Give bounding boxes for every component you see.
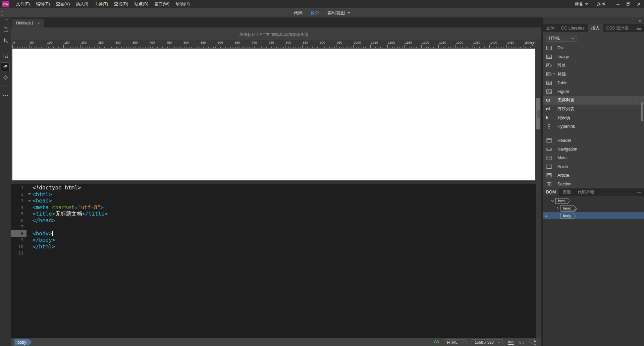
insert-item-image[interactable]: Image	[543, 52, 644, 61]
insert-item-label: 无序列表	[557, 98, 574, 103]
tag-selector-body[interactable]: body	[14, 339, 32, 346]
ruler-label: 1350	[473, 41, 480, 44]
code-line[interactable]: 8<body>	[11, 230, 541, 237]
scrollbar-thumb[interactable]	[536, 98, 540, 129]
insert-item-paragraph[interactable]: 段落	[543, 61, 644, 70]
fold-arrow-icon[interactable]	[26, 191, 33, 198]
dom-tag-label: head	[563, 206, 572, 210]
menu-insert[interactable]: 插入(I)	[73, 0, 91, 8]
panel-scrollbar-thumb[interactable]	[641, 102, 643, 121]
insert-item-ul[interactable]: ul无序列表	[543, 96, 644, 105]
swap-arrows-icon[interactable]	[1, 36, 10, 45]
restore-button[interactable]	[623, 0, 634, 8]
code-line[interactable]: 11	[11, 250, 541, 256]
code-text: <!doctype html>	[33, 184, 81, 191]
code-lines: 1<!doctype html>2<html>3<head>4<meta cha…	[11, 184, 541, 256]
sync-settings-button[interactable]	[592, 0, 609, 8]
view-tab-live[interactable]: 实时视图	[327, 10, 350, 16]
menu-window[interactable]: 窗口(W)	[151, 0, 172, 8]
code-line[interactable]: 6</head>	[11, 217, 541, 224]
dom-panel-tab-assets[interactable]: 资源	[559, 188, 574, 196]
insert-item-hyperlink[interactable]: Hyperlink	[543, 122, 644, 131]
dom-node-html[interactable]: html	[543, 197, 644, 205]
dom-panel-menu-icon[interactable]	[637, 191, 641, 193]
toolbar-grip-handle[interactable]	[1, 10, 3, 16]
insert-item-li[interactable]: li列表项	[543, 113, 644, 122]
insert-item-ol[interactable]: ol有序列表	[543, 105, 644, 113]
menu-bar: Dw 文件(F)编辑(E)查看(V)插入(I)工具(T)查找(D)站点(S)窗口…	[0, 0, 644, 8]
insert-item-aside[interactable]: Aside	[543, 162, 644, 171]
insert-item-section[interactable]: Section	[543, 180, 644, 188]
document-scrollbar[interactable]	[536, 39, 541, 338]
insert-item-div[interactable]: Div	[543, 44, 644, 52]
insert-category-dropdown[interactable]: HTML	[546, 35, 577, 42]
insert-item-article[interactable]: Article	[543, 171, 644, 180]
insert-item-label: 段落	[557, 63, 566, 68]
panel-tab-cc-libraries[interactable]: CC Libraries	[558, 24, 588, 32]
panel-tab-insert[interactable]: 插入	[588, 24, 603, 32]
chevron-down-icon[interactable]	[549, 200, 555, 202]
toolbar-grip-handle[interactable]	[3, 19, 8, 20]
panel-tab-css-designer[interactable]: CSS 设计器	[603, 24, 632, 32]
dom-node-body[interactable]: +body	[543, 212, 644, 219]
ruler[interactable]: 0501001502002503003504004505005506006507…	[12, 40, 535, 48]
code-line[interactable]: 7	[11, 224, 541, 230]
validation-ok-icon[interactable]	[434, 340, 439, 345]
chevron-right-icon[interactable]	[554, 207, 560, 209]
fold-arrow-icon[interactable]	[26, 197, 33, 204]
menu-site[interactable]: 站点(S)	[131, 0, 151, 8]
panel-tab-files[interactable]: 文件	[543, 24, 558, 32]
collapse-panels-button[interactable]: »	[543, 17, 644, 24]
more-icon[interactable]	[1, 91, 10, 100]
view-tab-code[interactable]: 代码	[294, 10, 303, 16]
code-line[interactable]: 5<title>无标题文档</title>	[11, 211, 541, 217]
code-line[interactable]: 3<head>	[11, 197, 541, 204]
file-icon[interactable]	[1, 25, 10, 34]
close-tab-icon[interactable]: ×	[37, 21, 40, 25]
view-tab-split[interactable]: 拆分	[311, 10, 319, 16]
window-size-dropdown[interactable]: 1558 x 393	[472, 339, 503, 345]
live-view-options-icon[interactable]	[1, 52, 10, 60]
insert-item-heading[interactable]: 标题	[543, 70, 644, 78]
code-line[interactable]: 4<meta charset="utf-8">	[11, 204, 541, 211]
menu-file[interactable]: 文件(F)	[13, 0, 33, 8]
menu-view[interactable]: 查看(V)	[53, 0, 73, 8]
insert-item-main[interactable]: Main	[543, 154, 644, 162]
panel-menu-icon[interactable]	[637, 27, 641, 30]
menu-edit[interactable]: 编辑(E)	[33, 0, 53, 8]
design-view[interactable]: 单击标尺上的" "图标以添加媒体查询 050100150200250300350…	[11, 27, 541, 181]
insert-item-table[interactable]: Table	[543, 78, 644, 87]
insert-item-header[interactable]: Header	[543, 136, 644, 145]
split-view-divider[interactable]	[11, 181, 541, 184]
design-canvas[interactable]	[12, 49, 535, 180]
dom-panel-tab-dom[interactable]: DOM	[543, 188, 559, 196]
close-button[interactable]	[634, 0, 644, 8]
menu-find[interactable]: 查找(D)	[111, 0, 131, 8]
format-source-icon[interactable]	[1, 62, 10, 71]
menu-tools[interactable]: 工具(T)	[91, 0, 111, 8]
menu-help[interactable]: 帮助(H)	[172, 0, 193, 8]
dom-node-head[interactable]: head	[543, 205, 644, 212]
minimize-button[interactable]	[613, 0, 623, 8]
image-icon	[546, 54, 557, 59]
ol-glyph-icon: ol	[546, 107, 557, 111]
doc-type-dropdown[interactable]: HTML	[444, 339, 467, 345]
document-tab[interactable]: Untitled-1 ×	[12, 19, 44, 27]
insert-item-navigation[interactable]: Navigation	[543, 145, 644, 154]
insert-item-figure[interactable]: Figure	[543, 87, 644, 96]
dom-panel-tab-snippets[interactable]: 代码片断	[574, 188, 598, 196]
code-editor[interactable]: 1<!doctype html>2<html>3<head>4<meta cha…	[11, 184, 541, 338]
code-line[interactable]: 2<html>	[11, 191, 541, 198]
add-element-button[interactable]: +	[545, 213, 548, 218]
workspace-switcher[interactable]: 标准	[571, 0, 592, 8]
ruler-label: 550	[201, 41, 206, 44]
inspect-icon[interactable]	[1, 73, 10, 82]
code-line[interactable]: 10</html>	[11, 243, 541, 250]
code-text: </head>	[33, 217, 55, 224]
insert-mode-indicator[interactable]: INS	[508, 340, 514, 345]
panel-scrollbar-track[interactable]	[640, 50, 640, 205]
insert-items-group1: DivImage段落标题TableFigureul无序列表ol有序列表li列表项…	[543, 44, 644, 131]
preview-devices-icon[interactable]	[530, 339, 536, 345]
code-line[interactable]: 1<!doctype html>	[11, 184, 541, 191]
code-line[interactable]: 9</body>	[11, 237, 541, 243]
